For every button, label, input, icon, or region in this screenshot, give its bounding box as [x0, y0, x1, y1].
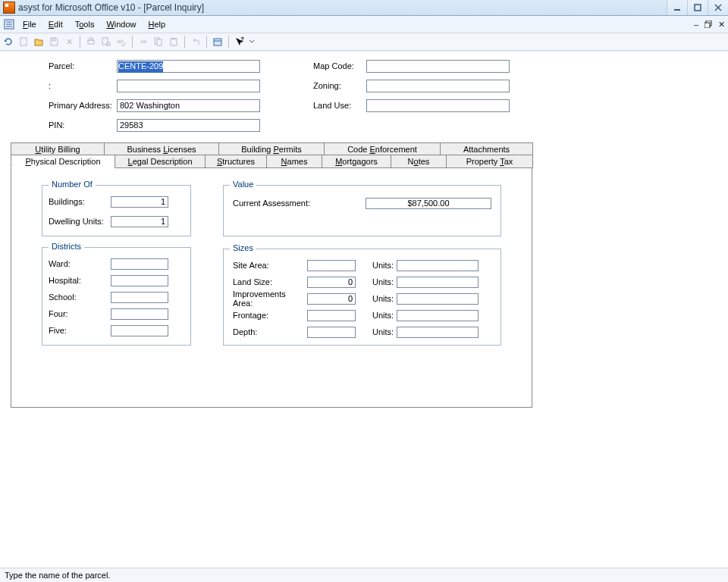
menu-file[interactable]: File	[17, 16, 42, 33]
mdi-minimize-button[interactable]: –	[692, 20, 700, 29]
pin-input[interactable]	[117, 119, 260, 132]
svg-text:?: ?	[240, 36, 244, 42]
paste-icon[interactable]	[167, 35, 180, 48]
land-size-units-label: Units:	[372, 277, 397, 286]
status-message: Type the name of the parcel.	[5, 571, 110, 580]
improvements-units-label: Units:	[372, 294, 397, 303]
spellcheck-icon[interactable]: ab	[115, 35, 128, 48]
site-area-units[interactable]	[397, 260, 479, 271]
parcel-input[interactable]: CENTE-209	[117, 60, 260, 73]
workspace: Parcel: CENTE-209 : Primary Address: PIN…	[0, 51, 728, 582]
primary-address-input[interactable]	[117, 99, 260, 112]
site-area-units-label: Units:	[372, 261, 397, 270]
mdi-restore-button[interactable]	[703, 20, 714, 28]
group-districts: Districts Ward: Hospital: School: Four:	[42, 247, 191, 346]
frontage-units[interactable]	[397, 310, 479, 321]
window-controls	[667, 0, 728, 15]
hospital-value[interactable]	[111, 275, 168, 286]
map-code-input[interactable]	[366, 60, 510, 73]
land-use-label: Land Use:	[313, 101, 366, 110]
buildings-label: Buildings:	[49, 197, 111, 206]
number-of-legend: Number Of	[49, 180, 96, 189]
map-code-label: Map Code:	[313, 61, 366, 70]
print-preview-icon[interactable]	[99, 35, 113, 48]
menu-window[interactable]: Window	[100, 16, 142, 33]
ward-label: Ward:	[49, 259, 111, 268]
tab-legal-description[interactable]: Legal Description	[115, 155, 206, 168]
four-label: Four:	[49, 309, 111, 318]
new-icon[interactable]	[17, 35, 30, 48]
tab-names[interactable]: Names	[266, 155, 322, 168]
primary-address-label: Primary Address:	[49, 101, 117, 110]
land-size-value[interactable]: 0	[307, 277, 356, 288]
five-label: Five:	[49, 326, 111, 335]
frontage-value[interactable]	[307, 310, 356, 321]
districts-legend: Districts	[49, 242, 84, 251]
open-icon[interactable]	[32, 35, 46, 48]
assessment-value[interactable]: $87,500.00	[366, 198, 491, 209]
maximize-button[interactable]	[687, 0, 708, 15]
group-sizes: Sizes Site Area: Units: Land Size: 0 Uni…	[223, 249, 501, 346]
blank-input[interactable]	[117, 80, 260, 92]
school-value[interactable]	[111, 292, 168, 303]
zoning-input[interactable]	[366, 80, 510, 92]
buildings-value[interactable]: 1	[111, 196, 168, 208]
site-area-value[interactable]	[307, 260, 356, 271]
dwelling-label: Dwelling Units:	[49, 217, 111, 226]
undo-icon[interactable]	[189, 35, 202, 48]
five-value[interactable]	[111, 325, 168, 336]
toolbar-overflow-icon[interactable]	[248, 35, 256, 48]
minimize-button[interactable]	[667, 0, 687, 15]
improvements-value[interactable]: 0	[307, 293, 356, 305]
titlebar: asyst for Microsoft Office v10 - [Parcel…	[0, 0, 728, 16]
svg-rect-20	[172, 38, 175, 39]
depth-value[interactable]	[307, 327, 356, 338]
copy-icon[interactable]	[152, 35, 165, 48]
blank-label: :	[49, 81, 117, 90]
save-icon[interactable]	[47, 35, 61, 48]
print-icon[interactable]	[84, 35, 98, 48]
svg-rect-13	[89, 38, 93, 40]
svg-rect-12	[88, 40, 94, 44]
svg-point-15	[107, 42, 111, 46]
tab-structures[interactable]: Structures	[205, 155, 267, 168]
four-value[interactable]	[111, 308, 168, 320]
group-number-of: Number Of Buildings: 1 Dwelling Units: 1	[42, 185, 191, 236]
land-use-input[interactable]	[366, 99, 510, 112]
tab-physical-description[interactable]: Physical Description	[11, 155, 115, 168]
window-title: asyst for Microsoft Office v10 - [Parcel…	[18, 2, 204, 13]
close-button[interactable]	[708, 0, 728, 15]
sizes-legend: Sizes	[230, 243, 256, 252]
site-area-label: Site Area:	[233, 261, 307, 270]
depth-units[interactable]	[397, 327, 479, 338]
tab-code-enforcement[interactable]: Code Enforcement	[324, 142, 441, 155]
dwelling-value[interactable]: 1	[111, 216, 168, 227]
cut-icon[interactable]: ✂	[136, 35, 150, 48]
improvements-units[interactable]	[397, 293, 479, 305]
tab-mortgagors[interactable]: Mortgagors	[322, 155, 391, 168]
tab-property-tax[interactable]: Property Tax	[446, 155, 533, 168]
delete-icon[interactable]: ✕	[62, 35, 76, 48]
whats-this-icon[interactable]: ?	[233, 35, 246, 48]
tab-utility-billing[interactable]: Utility Billing	[11, 142, 105, 155]
zoning-label: Zoning:	[313, 81, 366, 90]
assessment-label: Current Assessment:	[233, 199, 366, 208]
mdi-close-button[interactable]: ✕	[717, 20, 726, 30]
tab-business-licenses[interactable]: Business Licenses	[104, 142, 219, 155]
improvements-label: Improvements Area:	[233, 289, 307, 308]
tab-building-permits[interactable]: Building Permits	[218, 142, 325, 155]
parcel-label: Parcel:	[49, 61, 117, 70]
menu-tools[interactable]: Tools	[69, 16, 101, 33]
menu-help[interactable]: Help	[143, 16, 172, 33]
tab-notes[interactable]: Notes	[391, 155, 447, 168]
menu-edit[interactable]: Edit	[42, 16, 69, 33]
calendar-icon[interactable]	[211, 35, 224, 48]
refresh-icon[interactable]	[2, 35, 15, 48]
ward-value[interactable]	[111, 258, 168, 270]
tab-attachments[interactable]: Attachments	[440, 142, 533, 155]
tab-content: Number Of Buildings: 1 Dwelling Units: 1…	[11, 168, 532, 408]
land-size-units[interactable]	[397, 277, 479, 288]
mdi-controls: – ✕	[692, 16, 726, 33]
svg-text:ab: ab	[117, 38, 124, 45]
mdi-doc-icon[interactable]	[2, 17, 17, 32]
